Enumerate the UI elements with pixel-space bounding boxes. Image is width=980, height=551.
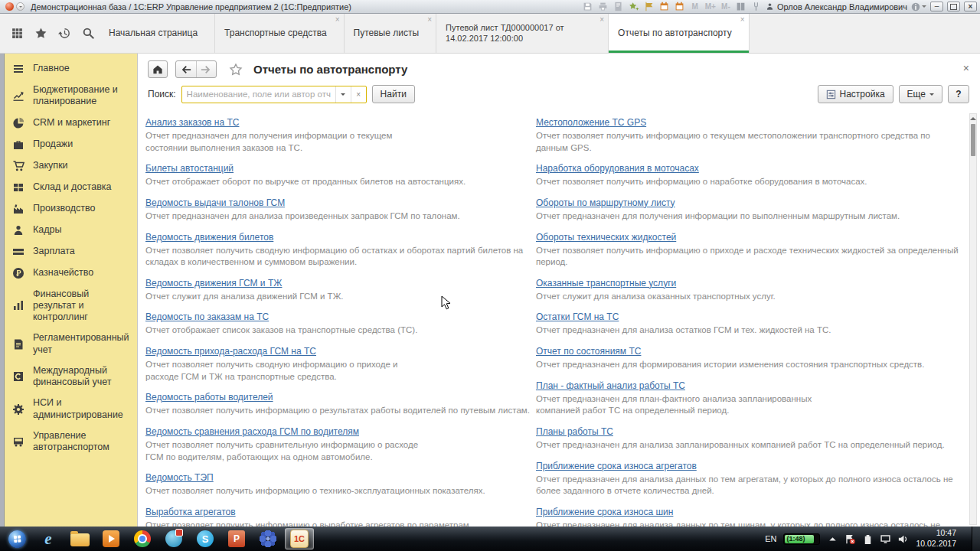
- search-clear-button[interactable]: [351, 86, 366, 103]
- favorites-star-icon[interactable]: [34, 27, 47, 40]
- search-icon[interactable]: [82, 27, 95, 40]
- sidebar-section-item[interactable]: Склад и доставка: [5, 177, 137, 198]
- language-indicator[interactable]: EN: [765, 534, 776, 543]
- taskbar-app-button[interactable]: [2, 528, 31, 549]
- sidebar-section-item[interactable]: Зарплата: [5, 241, 137, 262]
- taskbar-clock[interactable]: 10:47 10.02.2017: [916, 528, 956, 549]
- titlebar-tool-icon[interactable]: [629, 2, 639, 12]
- taskbar-app-button[interactable]: e: [34, 528, 63, 549]
- report-link[interactable]: Приближение срока износа шин: [536, 507, 673, 517]
- tab[interactable]: Путевой лист ТД000000017 от 14.02.2017 1…: [436, 14, 609, 53]
- tab-close-icon[interactable]: [335, 16, 340, 24]
- window-close-button[interactable]: [964, 2, 977, 11]
- tab[interactable]: Путевые листы: [345, 14, 437, 53]
- tray-icon[interactable]: [880, 533, 891, 545]
- report-link[interactable]: Анализ заказов на ТС: [145, 117, 239, 128]
- taskbar-app-button[interactable]: [253, 528, 283, 549]
- search-dropdown-button[interactable]: [335, 86, 351, 103]
- report-link[interactable]: Ведомость движения билетов: [145, 232, 273, 243]
- app-icon[interactable]: [5, 2, 14, 11]
- titlebar-tool-icon[interactable]: [598, 2, 609, 12]
- titlebar-tool-icon[interactable]: M+: [705, 2, 716, 12]
- report-link[interactable]: Остатки ГСМ на ТС: [536, 311, 619, 322]
- tray-icon[interactable]: [862, 533, 874, 545]
- tab-close-icon[interactable]: [740, 16, 745, 24]
- report-link[interactable]: Ведомость прихода-расхода ГСМ на ТС: [145, 346, 316, 357]
- report-link[interactable]: Выработка агрегатов: [145, 507, 236, 517]
- tab[interactable]: Отчеты по автотранспорту: [609, 14, 750, 53]
- taskbar-app-button[interactable]: [65, 528, 94, 549]
- sidebar-section-item[interactable]: Казначейство: [5, 262, 137, 284]
- find-button[interactable]: Найти: [372, 85, 415, 103]
- tab[interactable]: Начальная страница: [100, 14, 215, 53]
- more-button[interactable]: Еще: [899, 85, 942, 103]
- sidebar-section-item[interactable]: Финансовый результат и контроллинг: [5, 284, 137, 328]
- sections-menu-icon[interactable]: [11, 27, 24, 40]
- show-desktop-button[interactable]: [972, 527, 980, 551]
- report-link[interactable]: Наработка оборудования в моточасах: [536, 163, 699, 174]
- report-link[interactable]: Ведомость сравнения расхода ГСМ по водит…: [145, 426, 359, 437]
- report-link[interactable]: Отчет по состояниям ТС: [536, 346, 641, 357]
- taskbar-app-button[interactable]: S: [191, 528, 220, 549]
- report-link[interactable]: Планы работы ТС: [536, 426, 613, 437]
- minimize-button[interactable]: [930, 2, 943, 11]
- tab-close-icon[interactable]: [599, 16, 604, 24]
- report-link[interactable]: Билеты автостанций: [145, 163, 234, 174]
- report-link[interactable]: Обороты по маршрутному листу: [536, 197, 675, 208]
- taskbar-app-button[interactable]: [128, 528, 157, 549]
- home-button[interactable]: [148, 60, 168, 78]
- taskbar-app-button[interactable]: [159, 528, 188, 549]
- report-link[interactable]: Приближение срока износа агрегатов: [536, 461, 697, 471]
- current-user[interactable]: Орлов Александр Владимирович: [766, 2, 907, 11]
- taskbar-app-button[interactable]: [96, 528, 126, 549]
- search-input[interactable]: [182, 87, 335, 101]
- titlebar-tool-icon[interactable]: [644, 2, 655, 12]
- titlebar-tool-icon[interactable]: M: [690, 2, 701, 12]
- tray-icon[interactable]: [827, 533, 838, 545]
- tray-icon[interactable]: [844, 533, 856, 545]
- restore-button[interactable]: [947, 2, 960, 11]
- form-close-icon[interactable]: [963, 63, 969, 73]
- report-link[interactable]: Ведомость выдачи талонов ГСМ: [145, 197, 285, 208]
- settings-button[interactable]: Настройка: [818, 85, 893, 103]
- sidebar-section-item[interactable]: Производство: [5, 198, 137, 220]
- report-link[interactable]: План - фактный анализ работы ТС: [536, 380, 685, 391]
- main-menu-dropdown-icon[interactable]: [16, 2, 24, 11]
- tab[interactable]: Транспортные средства: [215, 14, 344, 53]
- titlebar-tool-icon[interactable]: M-: [720, 2, 731, 12]
- report-link[interactable]: Ведомость движения ГСМ и ТЖ: [145, 278, 282, 289]
- sidebar-section-item[interactable]: Главное: [5, 58, 137, 80]
- report-link[interactable]: Оказанные транспортные услуги: [536, 278, 676, 289]
- report-link[interactable]: Ведомость работы водителей: [145, 392, 273, 403]
- forward-button[interactable]: [196, 61, 217, 77]
- tray-icon[interactable]: [897, 533, 909, 545]
- sidebar-section-item[interactable]: Кадры: [5, 220, 137, 241]
- sidebar-section-item[interactable]: CRM и маркетинг: [5, 112, 137, 134]
- scroll-up-arrow-icon[interactable]: [970, 114, 976, 123]
- titlebar-tool-icon[interactable]: [675, 2, 685, 12]
- sidebar-section-item[interactable]: Регламентированный учет: [5, 328, 137, 360]
- sidebar-section-item[interactable]: Закупки: [5, 155, 137, 177]
- history-icon[interactable]: [58, 27, 71, 40]
- vertical-scrollbar[interactable]: [969, 113, 977, 525]
- scrollbar-thumb[interactable]: [971, 124, 975, 156]
- sidebar-section-item[interactable]: Управление автотранспортом: [5, 425, 137, 458]
- taskbar-app-button[interactable]: 1С: [285, 528, 314, 549]
- report-link[interactable]: Обороты технических жидкостей: [536, 232, 676, 243]
- titlebar-tool-icon[interactable]: [751, 2, 762, 12]
- report-link[interactable]: Ведомость по заказам на ТС: [145, 311, 269, 322]
- titlebar-tool-icon[interactable]: [736, 2, 746, 12]
- titlebar-tool-icon[interactable]: [659, 2, 670, 12]
- titlebar-tool-icon[interactable]: [613, 2, 624, 12]
- back-button[interactable]: [176, 61, 196, 77]
- sidebar-section-item[interactable]: Продажи: [5, 134, 137, 155]
- sidebar-section-item[interactable]: НСИ и администрирование: [5, 393, 137, 425]
- tab-close-icon[interactable]: [427, 16, 432, 24]
- titlebar-tool-icon[interactable]: [583, 2, 593, 12]
- sidebar-section-item[interactable]: Международный финансовый учет: [5, 360, 137, 393]
- help-button[interactable]: ?: [948, 85, 969, 103]
- sidebar-section-item[interactable]: Бюджетирование и планирование: [5, 80, 137, 112]
- info-button[interactable]: [911, 2, 926, 11]
- report-link[interactable]: Ведомость ТЭП: [145, 472, 214, 483]
- report-link[interactable]: Местоположение ТС GPS: [536, 117, 646, 128]
